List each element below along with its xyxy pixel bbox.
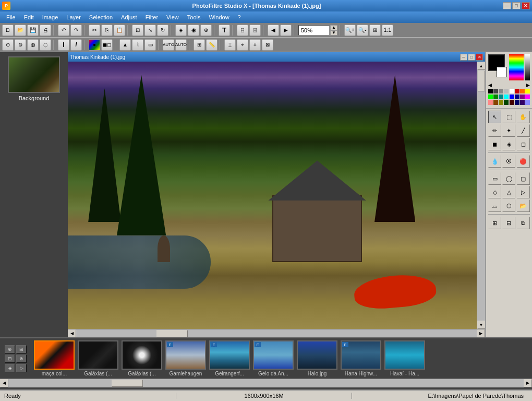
palette-gray[interactable] (499, 89, 503, 93)
palette-darkblue[interactable] (515, 100, 519, 105)
color-left-arrow[interactable]: ◀ (488, 82, 492, 88)
select-tool-btn[interactable]: ↖ (488, 111, 501, 123)
tb2-colorpick[interactable]: ◼◻ (101, 39, 113, 51)
fill-tool-btn[interactable]: ◼ (488, 138, 501, 150)
fs-btn-1[interactable]: ⊕ (5, 345, 15, 353)
fs-btn-5[interactable]: ◈ (5, 364, 15, 372)
palette-orange[interactable] (520, 89, 525, 93)
tb2-auto1[interactable]: AUTO (163, 39, 174, 51)
tb2-6[interactable]: I (70, 39, 82, 51)
tb-crop[interactable]: ⊡ (132, 25, 143, 36)
tb-undo[interactable]: ↶ (58, 25, 69, 36)
background-color[interactable] (497, 67, 507, 77)
tb-misc2[interactable]: ⌹ (249, 25, 261, 36)
vscroll-up[interactable]: ▲ (477, 62, 486, 70)
brightness-strip[interactable] (525, 54, 530, 80)
hand-tool-btn[interactable]: ✋ (517, 111, 530, 123)
tb2-mountain[interactable]: ▲ (119, 39, 131, 51)
menu-view[interactable]: View (162, 13, 183, 21)
hscroll-right[interactable]: ▶ (477, 329, 485, 338)
tb-filter1[interactable]: ◈ (175, 25, 187, 36)
film-thumb-2[interactable]: Galáxias (... (121, 340, 163, 376)
fs-btn-2[interactable]: ⊞ (16, 345, 27, 353)
vscroll-track[interactable] (477, 70, 486, 321)
palette-pink[interactable] (488, 100, 493, 105)
eraser-tool-btn[interactable]: ◻ (517, 138, 530, 150)
color-right-arrow[interactable]: ▶ (526, 82, 530, 88)
menu-layer[interactable]: Layer (62, 13, 85, 21)
tb2-ruler[interactable]: 📏 (206, 39, 217, 51)
palette-navy[interactable] (515, 95, 519, 99)
palette-maroon[interactable] (510, 100, 514, 105)
tile-btn[interactable]: ⊟ (502, 217, 515, 229)
tb2-misc1[interactable]: ⌶ (224, 39, 236, 51)
palette-olive[interactable] (499, 100, 503, 105)
palette-green[interactable] (493, 95, 498, 99)
film-thumb-4[interactable]: E Geirangerf... (209, 340, 250, 376)
palette-darkgray[interactable] (493, 89, 498, 93)
tb-text[interactable]: T (219, 25, 230, 36)
vscroll-down[interactable]: ▼ (477, 321, 486, 329)
diamond-btn[interactable]: ◇ (488, 186, 501, 198)
tb2-grid[interactable]: ⊞ (194, 39, 205, 51)
triangle-btn[interactable]: △ (502, 186, 515, 198)
zoom-value[interactable]: 50% (298, 25, 330, 36)
tb-zoom-100[interactable]: 1:1 (382, 25, 393, 36)
tb-filter2[interactable]: ◉ (188, 25, 199, 36)
lasso-btn[interactable]: ⌓ (488, 199, 501, 212)
tb2-3[interactable]: ◍ (27, 39, 39, 51)
hscroll-left[interactable]: ◀ (68, 329, 76, 338)
palette-indigo[interactable] (520, 100, 525, 105)
tb2-2[interactable]: ⊚ (15, 39, 26, 51)
tb-save[interactable]: 💾 (27, 25, 39, 36)
tb-cut[interactable]: ✂ (89, 25, 100, 36)
menu-filter[interactable]: Filter (141, 13, 162, 21)
pencil-tool-btn[interactable]: ✏ (488, 124, 501, 137)
palette-lime[interactable] (488, 95, 493, 99)
open-btn[interactable]: 📂 (517, 199, 530, 212)
filmstrip-hscroll-thumb[interactable] (112, 380, 143, 387)
rect-select-btn[interactable]: ▭ (488, 172, 501, 185)
film-thumb-0[interactable]: maça col... (33, 340, 75, 376)
palette-purple[interactable] (520, 95, 525, 99)
film-thumb-1[interactable]: Galáxias (... (77, 340, 119, 376)
magic-wand-btn[interactable]: ✦ (502, 124, 515, 137)
tb2-misc3[interactable]: ⌗ (249, 39, 261, 51)
palette-darkgreen[interactable] (504, 100, 509, 105)
inner-maximize[interactable]: □ (468, 54, 475, 61)
zoom-up[interactable]: ▲ (330, 25, 337, 30)
tb2-1[interactable]: ⊙ (2, 39, 14, 51)
menu-window[interactable]: Window (204, 13, 233, 21)
menu-image[interactable]: Image (38, 13, 63, 21)
tb2-5[interactable]: I (58, 39, 69, 51)
tb2-misc2[interactable]: ⌖ (237, 39, 248, 51)
tb2-smooth[interactable]: ⌇ (132, 39, 143, 51)
vscroll-thumb[interactable] (478, 70, 485, 91)
eyedropper-btn[interactable]: 💧 (488, 155, 501, 168)
film-thumb-3[interactable]: E Gamlehaugen (165, 340, 207, 376)
palette-brown[interactable] (493, 100, 498, 105)
move-tool-btn[interactable]: ⬚ (502, 111, 515, 123)
fs-btn-6[interactable]: ▷ (16, 364, 27, 372)
film-thumb-5[interactable]: E Gelo da An... (252, 340, 294, 376)
tb-misc1[interactable]: ⌸ (237, 25, 248, 36)
palette-yellow[interactable] (525, 89, 530, 93)
tb-next[interactable]: ▶ (280, 25, 292, 36)
tb2-frame[interactable]: ▭ (144, 39, 156, 51)
filmstrip-hscroll-track[interactable] (8, 379, 524, 387)
fs-btn-3[interactable]: ⊟ (5, 355, 15, 363)
palette-blue[interactable] (510, 95, 514, 99)
palette-black[interactable] (488, 89, 493, 93)
tb-zoom-out[interactable]: 🔍- (357, 25, 368, 36)
palette-magenta[interactable] (525, 95, 530, 99)
zoom-down[interactable]: ▼ (330, 30, 337, 36)
palette-white[interactable] (510, 89, 514, 93)
tb-new[interactable]: 🗋 (2, 25, 14, 36)
film-thumb-8[interactable]: Havaí - Ha... (384, 340, 426, 376)
line-tool-btn[interactable]: ╱ (517, 124, 530, 137)
maximize-button[interactable]: □ (512, 2, 521, 9)
tb-prev[interactable]: ◀ (268, 25, 279, 36)
smudge-btn[interactable]: 🔴 (517, 155, 530, 168)
palette-red[interactable] (515, 89, 519, 93)
tb2-misc4[interactable]: ⊠ (262, 39, 273, 51)
